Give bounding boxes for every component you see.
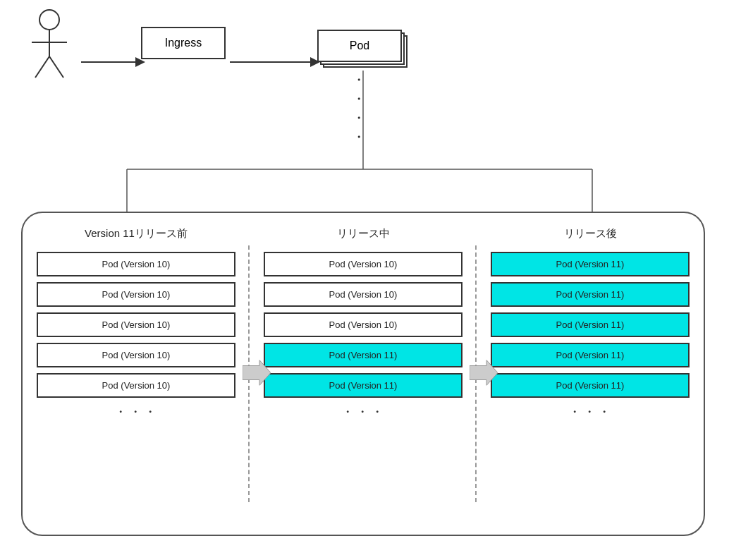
col2-pod-1: Pod (Version 10) bbox=[264, 252, 462, 276]
svg-marker-14 bbox=[470, 360, 498, 386]
big-box: Version 11リリース前 Pod (Version 10) Pod (Ve… bbox=[21, 212, 705, 536]
pod-main-label: Pod bbox=[317, 30, 402, 62]
col3-pod-5: Pod (Version 11) bbox=[491, 373, 690, 398]
col1-dots: ・・・ bbox=[37, 403, 235, 420]
col3-pod-3: Pod (Version 11) bbox=[491, 312, 690, 337]
col3-dots: ・・・ bbox=[491, 403, 690, 420]
col1-pod-3: Pod (Version 10) bbox=[37, 312, 235, 337]
col1-pod-5: Pod (Version 10) bbox=[37, 373, 235, 398]
col2-pod-4: Pod (Version 11) bbox=[264, 343, 462, 367]
column-during-release: リリース中 Pod (Version 10) Pod (Version 10) … bbox=[250, 213, 477, 535]
stick-figure bbox=[28, 7, 71, 85]
col2-pod-3: Pod (Version 10) bbox=[264, 312, 462, 337]
ingress-label: Ingress bbox=[165, 37, 202, 49]
col1-pod-4: Pod (Version 10) bbox=[37, 343, 235, 367]
col3-pod-2: Pod (Version 11) bbox=[491, 282, 690, 307]
col2-dots: ・・・ bbox=[264, 403, 462, 420]
svg-line-12 bbox=[49, 56, 63, 78]
col3-pod-4: Pod (Version 11) bbox=[491, 343, 690, 367]
ingress-box: Ingress bbox=[141, 27, 226, 59]
svg-marker-13 bbox=[243, 360, 271, 386]
col1-title: Version 11リリース前 bbox=[37, 227, 235, 241]
arrow-col2-col3 bbox=[470, 360, 498, 388]
col2-pod-5: Pod (Version 11) bbox=[264, 373, 462, 398]
col3-title: リリース後 bbox=[491, 227, 690, 241]
col3-pod-1: Pod (Version 11) bbox=[491, 252, 690, 276]
svg-point-8 bbox=[39, 10, 59, 30]
column-before-release: Version 11リリース前 Pod (Version 10) Pod (Ve… bbox=[23, 213, 250, 535]
arrow-col1-col2 bbox=[243, 360, 271, 388]
col1-pod-2: Pod (Version 10) bbox=[37, 282, 235, 307]
col2-pod-2: Pod (Version 10) bbox=[264, 282, 462, 307]
col1-pod-1: Pod (Version 10) bbox=[37, 252, 235, 276]
pod-stack-dots: ・・・・ bbox=[317, 71, 402, 147]
svg-line-11 bbox=[35, 56, 49, 78]
column-after-release: リリース後 Pod (Version 11) Pod (Version 11) … bbox=[477, 213, 704, 535]
col2-title: リリース中 bbox=[264, 227, 462, 241]
